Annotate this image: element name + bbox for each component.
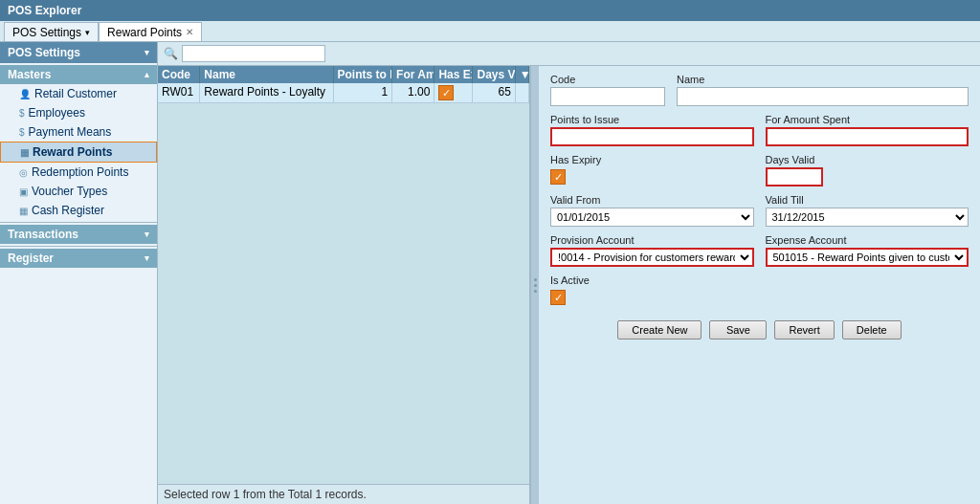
voucher-types-icon: ▣ [19, 186, 28, 197]
expiry-checkbox-grid: ✓ [438, 85, 454, 100]
sidebar-item-retail-customer[interactable]: 👤 Retail Customer [0, 84, 157, 103]
sidebar-header-label: POS Settings [8, 46, 80, 59]
resize-dot-2 [534, 284, 537, 287]
grid-col-name: Name [200, 66, 333, 83]
main-layout: POS Settings ▾ Masters ▴ 👤 Retail Custom… [0, 42, 980, 504]
amount-input[interactable] [766, 127, 969, 146]
sidebar-section-register[interactable]: Register ▾ [0, 249, 157, 268]
active-label: Is Active [550, 274, 969, 286]
resize-handle[interactable] [531, 66, 539, 504]
expense-label: Expense Account [766, 234, 969, 246]
sidebar-section-transactions[interactable]: Transactions ▾ [0, 225, 157, 244]
field-row-accounts: Provision Account !0014 - Provision for … [550, 234, 969, 267]
expiry-checkbox[interactable]: ✓ [550, 169, 566, 185]
field-group-active: Is Active ✓ [550, 274, 969, 305]
valid-till-select[interactable]: 31/12/2015 [766, 208, 969, 227]
grid-cell-arrow [516, 83, 529, 102]
active-checkbox-area: ✓ [550, 290, 969, 305]
grid-col-code: Code [158, 66, 200, 83]
sidebar-item-voucher-types-label: Voucher Types [32, 185, 107, 198]
reward-points-icon: ▦ [20, 147, 29, 158]
expiry-checkbox-area: ✓ [550, 169, 754, 185]
tab-reward-points-close[interactable]: ✕ [186, 27, 193, 37]
grid-cell-code: RW01 [158, 83, 200, 102]
valid-from-label: Valid From [550, 194, 754, 206]
sidebar-item-reward-points[interactable]: ▦ Reward Points [0, 142, 157, 163]
days-input[interactable] [766, 167, 823, 186]
redemption-points-icon: ◎ [19, 167, 28, 178]
sidebar-header[interactable]: POS Settings ▾ [0, 42, 157, 63]
sidebar-item-payment-means[interactable]: $ Payment Means [0, 122, 157, 142]
sidebar-item-employees-label: Employees [29, 106, 85, 120]
sidebar-collapse-icon: ▾ [145, 48, 149, 57]
save-button[interactable]: Save [709, 320, 767, 340]
sidebar-item-redemption-points[interactable]: ◎ Redemption Points [0, 163, 157, 182]
sidebar-section-register-label: Register [8, 252, 54, 265]
sidebar-register-chevron: ▾ [145, 253, 149, 263]
table-row[interactable]: RW01 Reward Points - Loyalty 1 1.00 ✓ 65 [158, 83, 529, 103]
grid-footer: Selected row 1 from the Total 1 records. [158, 484, 529, 504]
sidebar-item-employees[interactable]: $ Employees [0, 103, 157, 122]
grid-cell-name: Reward Points - Loyalty [200, 83, 333, 102]
field-group-expense: Expense Account 501015 - Reward Points g… [766, 234, 969, 267]
button-row: Create New Save Revert Delete [550, 320, 969, 340]
expense-select[interactable]: 501015 - Reward Points given to customer [766, 248, 969, 267]
sidebar-section-transactions-label: Transactions [8, 228, 78, 241]
tab-reward-points-label: Reward Points [107, 26, 182, 39]
field-group-valid-till: Valid Till 31/12/2015 [766, 194, 969, 227]
provision-select[interactable]: !0014 - Provision for customers rewards … [550, 248, 754, 267]
valid-from-select[interactable]: 01/01/2015 [550, 208, 754, 227]
tab-reward-points[interactable]: Reward Points ✕ [99, 22, 202, 41]
search-bar: 🔍 [158, 42, 980, 66]
tab-bar: POS Settings ▾ Reward Points ✕ [0, 21, 980, 42]
grid-cell-amount: 1.00 [392, 83, 434, 102]
amount-label: For Amount Spent [766, 114, 969, 125]
sidebar-item-payment-means-label: Payment Means [29, 125, 112, 139]
sidebar-item-cash-register[interactable]: ▦ Cash Register [0, 201, 157, 220]
field-row-points-amount: Points to Issue For Amount Spent [550, 114, 969, 146]
retail-customer-icon: 👤 [19, 89, 31, 99]
sidebar-item-voucher-types[interactable]: ▣ Voucher Types [0, 182, 157, 201]
field-row-expiry-days: Has Expiry ✓ Days Valid [550, 154, 969, 186]
create-new-button[interactable]: Create New [617, 320, 702, 340]
sidebar-masters-chevron: ▴ [145, 70, 149, 79]
field-group-days: Days Valid [766, 154, 969, 186]
tab-pos-settings[interactable]: POS Settings ▾ [4, 22, 99, 41]
grid-col-days: Days Valid [473, 66, 515, 83]
grid-col-arrow: ▼ [516, 66, 529, 83]
sidebar-section-masters[interactable]: Masters ▴ [0, 65, 157, 84]
field-group-points: Points to Issue [550, 114, 754, 146]
provision-label: Provision Account [550, 234, 754, 246]
search-icon: 🔍 [164, 47, 178, 60]
points-label: Points to Issue [550, 114, 754, 125]
code-label: Code [550, 74, 665, 85]
points-input[interactable] [550, 127, 754, 146]
field-group-name: Name [677, 74, 969, 106]
content-area: 🔍 Code Name Points to Issue For Amount S… [158, 42, 980, 504]
title-bar-text: POS Explorer [8, 4, 81, 17]
sidebar: POS Settings ▾ Masters ▴ 👤 Retail Custom… [0, 42, 158, 504]
detail-panel: Code Name Points to Issue For A [539, 66, 980, 504]
days-label: Days Valid [766, 154, 969, 165]
field-row-code-name: Code Name [550, 74, 969, 106]
field-group-expiry: Has Expiry ✓ [550, 154, 754, 185]
resize-dot-1 [534, 278, 537, 281]
grid-cell-expiry: ✓ [434, 83, 473, 102]
code-input[interactable] [550, 87, 665, 106]
resize-dot-3 [534, 290, 537, 293]
name-input[interactable] [677, 87, 969, 106]
field-row-active: Is Active ✓ [550, 274, 969, 305]
sidebar-divider-2 [0, 246, 157, 247]
search-input[interactable] [182, 45, 325, 62]
sidebar-item-retail-customer-label: Retail Customer [34, 87, 117, 100]
delete-button[interactable]: Delete [842, 320, 902, 340]
active-checkbox[interactable]: ✓ [550, 290, 566, 305]
tab-pos-settings-chevron: ▾ [85, 28, 90, 37]
grid-footer-text: Selected row 1 from the Total 1 records. [164, 488, 367, 501]
valid-till-label: Valid Till [766, 194, 969, 206]
cash-register-icon: ▦ [19, 206, 28, 216]
grid-cell-days: 65 [473, 83, 515, 102]
field-group-amount: For Amount Spent [766, 114, 969, 146]
revert-button[interactable]: Revert [774, 320, 834, 340]
sidebar-item-cash-register-label: Cash Register [32, 204, 104, 217]
